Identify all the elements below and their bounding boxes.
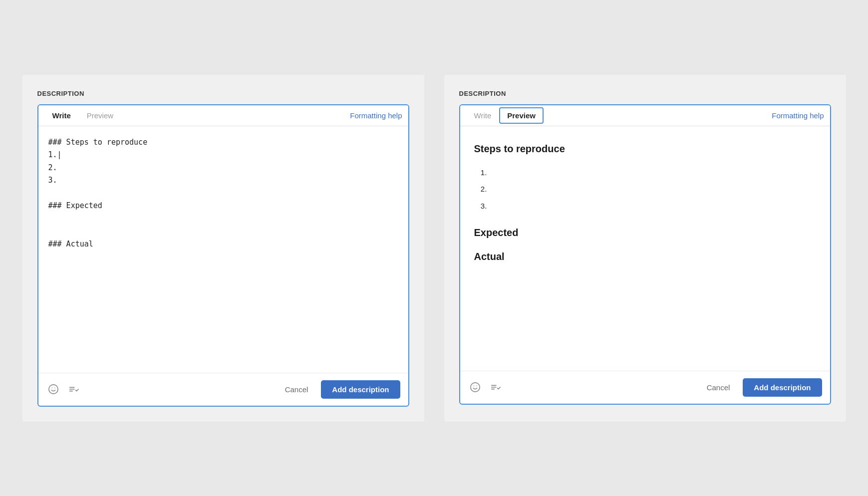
right-formatting-help-link[interactable]: Formatting help	[772, 111, 824, 120]
left-panel: DESCRIPTION Write Preview Formatting hel…	[22, 75, 424, 422]
preview-heading-steps: Steps to reproduce	[474, 140, 816, 157]
left-add-button[interactable]: Add description	[321, 380, 400, 399]
left-tabs-bar: Write Preview Formatting help	[38, 105, 408, 126]
left-editor-footer: Cancel Add description	[38, 373, 408, 406]
left-tab-write[interactable]: Write	[44, 105, 79, 126]
right-add-button[interactable]: Add description	[743, 378, 822, 397]
right-tab-preview[interactable]: Preview	[499, 107, 544, 124]
right-template-icon[interactable]	[488, 380, 502, 394]
list-item-1	[489, 164, 816, 181]
right-tab-write[interactable]: Write	[466, 105, 500, 126]
right-emoji-icon[interactable]	[468, 380, 482, 394]
svg-point-6	[470, 383, 479, 392]
right-tabs-bar: Write Preview Formatting help	[460, 105, 830, 126]
left-panel-title: DESCRIPTION	[37, 90, 409, 97]
page-wrapper: DESCRIPTION Write Preview Formatting hel…	[22, 75, 846, 422]
left-formatting-help-link[interactable]: Formatting help	[350, 111, 402, 120]
left-editor-container: Write Preview Formatting help ### Steps …	[37, 104, 409, 407]
right-panel: DESCRIPTION Write Preview Formatting hel…	[444, 75, 846, 422]
preview-heading-expected: Expected	[474, 224, 816, 241]
left-emoji-icon[interactable]	[46, 382, 60, 396]
right-preview-content: Steps to reproduce Expected Actual	[460, 126, 830, 371]
left-template-icon[interactable]	[66, 382, 80, 396]
right-panel-title: DESCRIPTION	[459, 90, 831, 97]
svg-point-0	[48, 385, 57, 394]
right-cancel-button[interactable]: Cancel	[700, 379, 737, 396]
right-editor-footer: Cancel Add description	[460, 371, 830, 404]
list-item-3	[489, 198, 816, 215]
preview-ordered-list	[489, 164, 816, 215]
right-editor-container: Write Preview Formatting help Steps to r…	[459, 104, 831, 405]
list-item-2	[489, 181, 816, 198]
left-tab-preview[interactable]: Preview	[79, 105, 121, 126]
left-editor-textarea[interactable]: ### Steps to reproduce 1.| 2. 3. ### Exp…	[38, 126, 408, 371]
preview-heading-actual: Actual	[474, 248, 816, 265]
left-cancel-button[interactable]: Cancel	[278, 381, 315, 398]
